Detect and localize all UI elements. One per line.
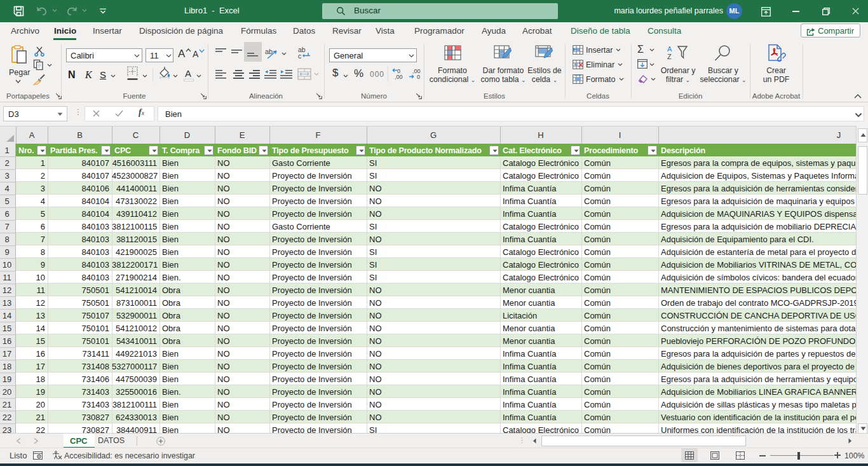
svg-text:ab: ab [265, 48, 273, 55]
svg-text:c: c [298, 52, 301, 60]
svg-text:,00: ,00 [395, 74, 403, 80]
svg-text:Z: Z [667, 53, 672, 60]
svg-text:0: 0 [417, 74, 420, 80]
svg-text:A: A [667, 45, 672, 53]
